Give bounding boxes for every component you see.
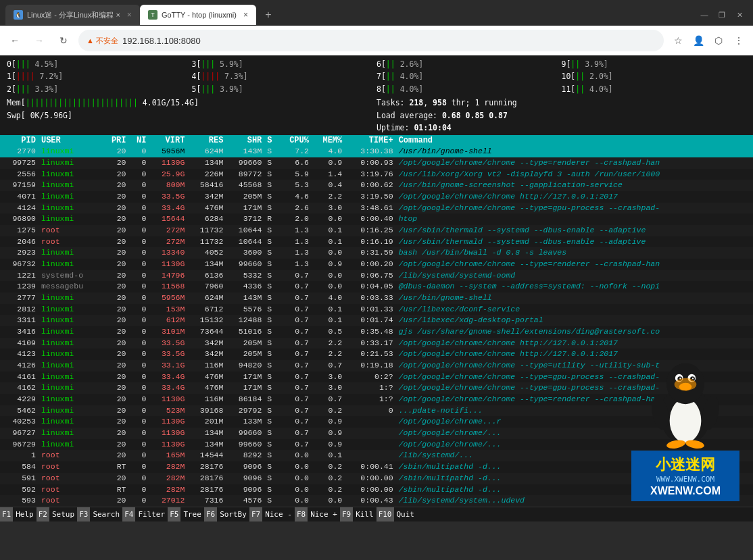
table-row[interactable]: 592 root RT 0 282M 28176 9096 S 0.0 0.2 … (0, 484, 753, 496)
running-count: 1 running (475, 98, 516, 107)
col-shr[interactable]: SHR (226, 135, 264, 146)
fkey-label-F2: Setup (49, 510, 77, 519)
table-row[interactable]: 4109 linuxmi 20 0 33.5G 342M 205M S 0.7 … (0, 338, 753, 349)
extensions-icon[interactable]: ⬡ (710, 32, 727, 49)
col-pid[interactable]: PID (0, 135, 39, 146)
new-tab-button[interactable]: + (259, 5, 278, 24)
fkey-f9[interactable]: F9Kill (340, 507, 376, 521)
fkey-num-F3: F3 (77, 507, 90, 521)
col-ni[interactable]: NI (128, 135, 149, 146)
fkey-f8[interactable]: F8Nice + (295, 507, 340, 521)
thread-count: 958 (433, 98, 447, 107)
address-bar-icons: ☆ 👤 ⬡ ⋮ (669, 32, 748, 49)
table-row[interactable]: 584 root RT 0 282M 28176 9096 S 0.0 0.2 … (0, 461, 753, 473)
table-row[interactable]: 2812 linuxmi 20 0 153M 6712 5576 S 0.7 0… (0, 304, 753, 315)
fkey-label-F8: Nice + (308, 510, 340, 519)
table-row[interactable]: 1275 root 20 0 272M 11732 10644 S 1.3 0.… (0, 225, 753, 236)
fkey-f1[interactable]: F1Help (0, 507, 37, 521)
tab-close-gotty[interactable]: × (243, 10, 248, 20)
fkey-label-F6: SortBy (217, 510, 249, 519)
col-s[interactable]: S (264, 135, 278, 146)
table-row[interactable]: 593 root 20 0 27012 7316 4576 S 0.0 0.0 … (0, 495, 753, 507)
forward-button[interactable]: → (30, 31, 49, 50)
tab-title-linux: Linux迷 - 分享Linux和编程 × (27, 10, 120, 20)
uptime: 01:10:04 (414, 123, 451, 132)
col-res[interactable]: RES (187, 135, 226, 146)
table-row[interactable]: 40253 linuxmi 20 0 1130G 201M 133M S 0.7… (0, 416, 753, 428)
table-row[interactable]: 591 root 20 0 282M 28176 9096 S 0.0 0.2 … (0, 473, 753, 484)
fkey-label-F3: Search (90, 510, 122, 519)
table-row[interactable]: 2770 linuxmi 20 0 5956M 624M 143M S 7.2 … (0, 146, 753, 157)
table-row[interactable]: 2046 root 20 0 272M 11732 10644 S 1.3 0.… (0, 236, 753, 248)
col-cmd: Command (396, 135, 753, 146)
fkey-f2[interactable]: F2Setup (37, 507, 77, 521)
table-row[interactable]: 4123 linuxmi 20 0 33.5G 342M 205M S 0.7 … (0, 349, 753, 360)
fkey-f6[interactable]: F6SortBy (204, 507, 249, 521)
tab-linux[interactable]: 🐧 Linux迷 - 分享Linux和编程 × × (5, 5, 140, 25)
table-row[interactable]: 96727 linuxmi 20 0 1130G 134M 99660 S 0.… (0, 428, 753, 439)
fkey-num-F4: F4 (122, 507, 135, 521)
table-row[interactable]: 4161 linuxmi 20 0 33.4G 476M 171M S 0.7 … (0, 372, 753, 383)
tab-close-linux[interactable]: × (127, 10, 132, 20)
table-row[interactable]: 96890 linuxmi 20 0 15644 6284 3712 R 2.0… (0, 213, 753, 225)
terminal[interactable]: 0[||| 4.5%] 3[||| 5.9%] 6[|| 2.6%] 9[|| … (0, 55, 753, 521)
col-user[interactable]: USER (39, 135, 102, 146)
window-maximize[interactable]: ❐ (714, 9, 730, 21)
table-row[interactable]: 97159 linuxmi 20 0 800M 58416 45568 S 5.… (0, 180, 753, 191)
table-row[interactable]: 1221 systemd-o 20 0 14796 6136 5332 S 0.… (0, 270, 753, 282)
fkey-f4[interactable]: F4Filter (122, 507, 168, 521)
table-row[interactable]: 3416 linuxmi 20 0 3101M 73644 51016 S 0.… (0, 326, 753, 338)
table-row[interactable]: 4162 linuxmi 20 0 33.4G 476M 171M S 0.7 … (0, 382, 753, 394)
table-row[interactable]: 4124 linuxmi 20 0 33.4G 476M 171M S 2.6 … (0, 203, 753, 214)
table-row[interactable]: 4229 linuxmi 20 0 1130G 116M 86184 S 0.7… (0, 394, 753, 405)
col-virt[interactable]: VIRT (149, 135, 187, 146)
window-close[interactable]: ✕ (731, 9, 748, 21)
col-pri[interactable]: PRI (102, 135, 129, 146)
col-time[interactable]: TIME+ (345, 135, 395, 146)
fkey-label-F7: Nice - (262, 510, 295, 519)
window-minimize[interactable]: — (696, 9, 712, 21)
tab-bar: 🐧 Linux迷 - 分享Linux和编程 × × T GoTTY - htop… (0, 0, 753, 26)
swp-usage: 0K/5.96G (30, 111, 68, 120)
browser-chrome: 🐧 Linux迷 - 分享Linux和编程 × × T GoTTY - htop… (0, 0, 753, 55)
tab-title-gotty: GoTTY - htop (linuxmi) (162, 11, 237, 19)
fkey-num-F2: F2 (37, 507, 49, 521)
fkey-label-F5: Tree (180, 510, 204, 519)
fkey-label-F10: Quit (394, 510, 418, 519)
process-table: PID USER PRI NI VIRT RES SHR S CPU% MEM%… (0, 135, 753, 507)
table-row[interactable]: 5462 linuxmi 20 0 523M 39168 29792 S 0.7… (0, 405, 753, 417)
fkey-f7[interactable]: F7Nice - (249, 507, 295, 521)
url-text: 192.168.1.108:8080 (122, 36, 201, 46)
task-count: 218 (409, 98, 423, 107)
url-box[interactable]: ▲ 不安全 192.168.1.108:8080 (78, 30, 664, 51)
fkey-f5[interactable]: F5Tree (168, 507, 204, 521)
fkey-label-F1: Help (13, 510, 37, 519)
load-avg: 0.68 0.85 0.87 (442, 111, 508, 120)
table-row[interactable]: 4071 linuxmi 20 0 33.5G 342M 205M S 4.6 … (0, 191, 753, 203)
fkey-f3[interactable]: F3Search (77, 507, 122, 521)
more-icon[interactable]: ⋮ (730, 32, 748, 49)
table-row[interactable]: 96729 linuxmi 20 0 1130G 134M 99660 S 0.… (0, 439, 753, 451)
tab-gotty[interactable]: T GoTTY - htop (linuxmi) × (140, 5, 256, 25)
table-row[interactable]: 2777 linuxmi 20 0 5956M 624M 143M S 0.7 … (0, 292, 753, 304)
col-cpu[interactable]: CPU% (278, 135, 312, 146)
table-row[interactable]: 2556 linuxmi 20 0 25.9G 226M 89772 S 5.9… (0, 169, 753, 180)
table-row[interactable]: 1239 messagebu 20 0 11568 7960 4336 S 0.… (0, 281, 753, 292)
table-row[interactable]: 1 root 20 0 165M 14544 8292 S 0.0 0.1 /l… (0, 450, 753, 461)
table-row[interactable]: 2923 linuxmi 20 0 13340 4052 3600 S 1.3 … (0, 247, 753, 259)
bookmark-icon[interactable]: ☆ (669, 32, 687, 49)
col-mem[interactable]: MEM% (312, 135, 345, 146)
mem-usage: 4.01G/15.4G (143, 98, 194, 107)
reload-button[interactable]: ↻ (54, 31, 73, 50)
tab-favicon-linux: 🐧 (14, 10, 23, 20)
table-row[interactable]: 3311 linuxmi 20 0 612M 15132 12488 S 0.7… (0, 315, 753, 326)
table-row[interactable]: 99725 linuxmi 20 0 1130G 134M 99660 S 6.… (0, 157, 753, 169)
back-button[interactable]: ← (5, 31, 24, 50)
fkey-num-F7: F7 (249, 507, 262, 521)
fkey-f10[interactable]: F10Quit (376, 507, 417, 521)
profile-icon[interactable]: 👤 (689, 32, 707, 49)
htop-stats: 0[||| 4.5%] 3[||| 5.9%] 6[|| 2.6%] 9[|| … (0, 55, 753, 135)
fkey-label-F9: Kill (353, 510, 376, 519)
table-row[interactable]: 4126 linuxmi 20 0 33.1G 116M 94820 S 0.7… (0, 360, 753, 372)
table-row[interactable]: 96732 linuxmi 20 0 1130G 134M 99660 S 1.… (0, 259, 753, 270)
